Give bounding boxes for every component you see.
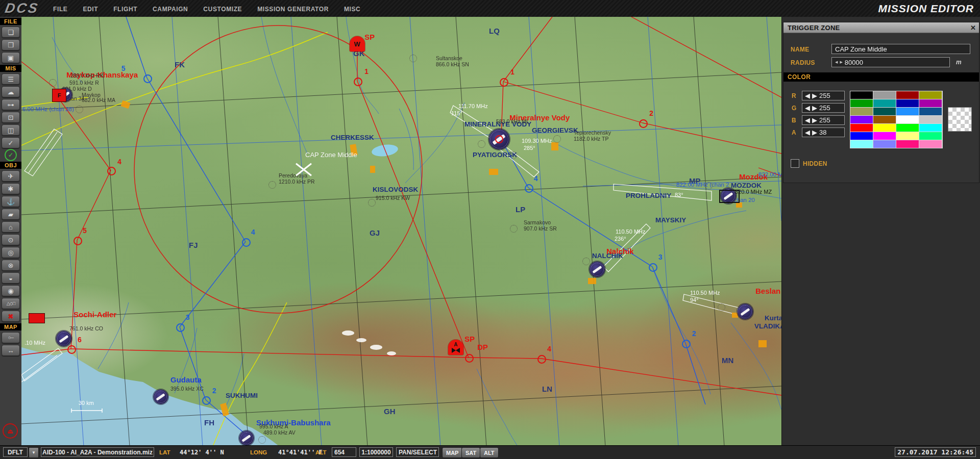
palette-color-swatch[interactable] xyxy=(919,116,942,123)
close-icon[interactable]: ✕ xyxy=(970,24,976,32)
add-waypoint-button[interactable]: ⊙ xyxy=(2,234,20,245)
mission-filename[interactable]: AID-100 - AI_A2A - Demonstration.miz xyxy=(41,447,154,457)
waypoint-circle[interactable] xyxy=(176,323,185,332)
menu-item-edit[interactable]: EDIT xyxy=(83,6,98,13)
palette-color-swatch[interactable] xyxy=(873,132,896,140)
ruler-button[interactable]: ↔ xyxy=(2,345,20,356)
increment-icon[interactable]: ▶ xyxy=(812,116,817,124)
waypoint-circle[interactable] xyxy=(649,263,657,272)
save-mission-button[interactable]: ▣ xyxy=(2,52,20,63)
map-button[interactable]: MAP xyxy=(442,447,462,458)
waypoint-circle[interactable] xyxy=(465,354,474,363)
sat-button[interactable]: SAT xyxy=(461,447,480,458)
delete-button[interactable]: ✖ xyxy=(2,311,20,322)
palette-color-swatch[interactable] xyxy=(896,132,919,140)
alt-button[interactable]: ALT xyxy=(480,447,499,458)
menu-item-campaign[interactable]: CAMPAIGN xyxy=(153,6,188,13)
palette-color-swatch[interactable] xyxy=(850,108,873,115)
palette-color-swatch[interactable] xyxy=(873,108,896,115)
map-scale-value[interactable]: 1:1000000 xyxy=(359,447,393,457)
decrement-icon[interactable]: ◀ xyxy=(805,104,810,112)
radius-decrement-icon[interactable]: ◀ xyxy=(835,60,838,64)
palette-color-swatch[interactable] xyxy=(919,140,942,148)
waypoint-circle[interactable] xyxy=(354,78,362,86)
triggers-button[interactable]: ⊡ xyxy=(2,112,20,123)
unit-marker[interactable] xyxy=(29,313,45,323)
menu-item-flight[interactable]: FLIGHT xyxy=(113,6,137,13)
zone-radius-input[interactable]: ◀ ▶ 80000 xyxy=(831,57,950,67)
waypoint-circle[interactable] xyxy=(202,396,211,405)
menu-item-misc[interactable]: MISC xyxy=(344,6,360,13)
remove-zone-button[interactable]: ⊗ xyxy=(2,260,20,271)
menu-item-customize[interactable]: CUSTOMIZE xyxy=(203,6,242,13)
palette-color-swatch[interactable] xyxy=(850,140,873,148)
shapes-button[interactable]: △◇□ xyxy=(2,298,20,309)
eject-button[interactable]: ⏏ xyxy=(3,423,18,439)
palette-color-swatch[interactable] xyxy=(896,91,919,99)
validate-button[interactable]: ✓ xyxy=(2,137,20,148)
map-viewport[interactable]: FKLQGKFJGJLPLNGHFHMNMPMaykop-KhanskayaMi… xyxy=(21,17,781,446)
add-helicopter-button[interactable]: ✱ xyxy=(2,183,20,194)
hidden-checkbox[interactable] xyxy=(791,159,799,168)
group-badge[interactable]: A xyxy=(448,340,463,355)
palette-color-swatch[interactable] xyxy=(919,91,942,99)
trigger-zone-header[interactable]: TRIGGER ZONE ✕ xyxy=(783,22,979,33)
check-pass-button[interactable]: ✓ xyxy=(2,150,19,160)
mouse-mode-value[interactable]: PAN/SELECT xyxy=(396,447,439,457)
alt-value[interactable]: 654 xyxy=(332,447,356,457)
increment-icon[interactable]: ▶ xyxy=(812,129,817,136)
palette-color-swatch[interactable] xyxy=(896,108,919,115)
palette-color-swatch[interactable] xyxy=(919,124,942,132)
palette-color-swatch[interactable] xyxy=(850,91,873,99)
add-vehicle-button[interactable]: ▰ xyxy=(2,209,20,220)
group-badge[interactable]: W xyxy=(350,36,365,52)
waypoint-circle[interactable] xyxy=(143,74,152,83)
map-layer-select[interactable]: DFLT xyxy=(3,447,28,457)
channel-a-input[interactable]: ◀▶38 xyxy=(802,128,845,137)
palette-color-swatch[interactable] xyxy=(873,91,896,99)
waypoint-circle[interactable] xyxy=(537,355,546,364)
waypoint-circle[interactable] xyxy=(639,119,648,128)
waypoint-circle[interactable] xyxy=(74,237,82,245)
add-trigger-zone-button[interactable]: ◎ xyxy=(2,247,20,258)
waypoint-circle[interactable] xyxy=(682,340,691,348)
airport-icon[interactable] xyxy=(590,262,605,277)
channel-b-input[interactable]: ◀▶255 xyxy=(802,115,845,125)
palette-color-swatch[interactable] xyxy=(850,116,873,123)
menu-item-file[interactable]: FILE xyxy=(53,6,67,13)
radius-increment-icon[interactable]: ▶ xyxy=(840,60,842,64)
route-tool-button[interactable]: ⊶ xyxy=(2,99,20,110)
decrement-icon[interactable]: ◀ xyxy=(805,116,810,124)
chevron-down-icon[interactable]: ▼ xyxy=(29,447,39,458)
add-static-object-button[interactable]: ⌂ xyxy=(2,221,20,233)
palette-color-swatch[interactable] xyxy=(919,132,942,140)
palette-color-swatch[interactable] xyxy=(919,108,942,115)
waypoint-circle[interactable] xyxy=(67,345,76,354)
map-key-button[interactable]: ○─ xyxy=(2,332,20,343)
palette-color-swatch[interactable] xyxy=(873,116,896,123)
decrement-icon[interactable]: ◀ xyxy=(805,129,810,136)
add-ship-button[interactable]: ⚓ xyxy=(2,196,20,207)
increment-icon[interactable]: ▶ xyxy=(812,92,817,99)
unit-marker[interactable]: F xyxy=(52,89,66,102)
palette-color-swatch[interactable] xyxy=(850,124,873,132)
bullseye-button[interactable]: ◒ xyxy=(2,272,20,284)
goals-button[interactable]: ◫ xyxy=(2,124,20,136)
palette-color-swatch[interactable] xyxy=(850,99,873,107)
waypoint-circle[interactable] xyxy=(107,167,116,175)
palette-color-swatch[interactable] xyxy=(896,99,919,107)
palette-color-swatch[interactable] xyxy=(919,99,942,107)
waypoint-circle[interactable] xyxy=(525,184,533,193)
palette-color-swatch[interactable] xyxy=(850,132,873,140)
increment-icon[interactable]: ▶ xyxy=(812,104,817,112)
palette-color-swatch[interactable] xyxy=(873,124,896,132)
airport-icon[interactable] xyxy=(56,331,71,346)
airport-icon[interactable] xyxy=(154,390,168,404)
template-button[interactable]: ◉ xyxy=(2,285,20,296)
menu-item-mission-generator[interactable]: MISSION GENERATOR xyxy=(257,6,329,13)
palette-color-swatch[interactable] xyxy=(896,116,919,123)
zone-name-input[interactable]: CAP Zone Middle xyxy=(831,44,970,54)
zone-center-marker[interactable] xyxy=(295,161,312,178)
add-airplane-button[interactable]: ✈ xyxy=(2,170,20,182)
waypoint-circle[interactable] xyxy=(242,238,251,247)
